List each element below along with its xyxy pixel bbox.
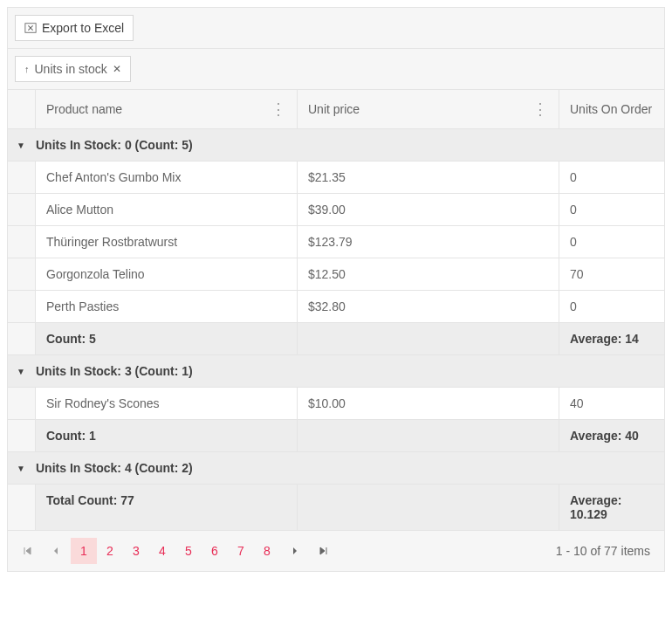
column-headers-row: Product name ⋮ Unit price ⋮ Units On Ord… [8, 90, 664, 129]
cell-price: $39.00 [298, 194, 559, 225]
group-footer-empty [298, 323, 559, 354]
group-collapse-column [8, 90, 36, 128]
grid-body: ▼Units In Stock: 0 (Count: 5)Chef Anton'… [8, 129, 664, 485]
column-header-product[interactable]: Product name ⋮ [36, 90, 298, 128]
cell-price: $123.79 [298, 226, 559, 258]
grid-toolbar: Export to Excel [8, 8, 664, 49]
pager-page-8[interactable]: 8 [254, 538, 280, 564]
close-icon[interactable]: ✕ [113, 63, 121, 75]
footer-spacer [8, 323, 36, 354]
pager-page-5[interactable]: 5 [175, 538, 202, 564]
row-spacer [8, 226, 36, 258]
column-menu-icon[interactable]: ⋮ [271, 101, 286, 117]
cell-product: Sir Rodney's Scones [36, 388, 298, 419]
pager-page-2[interactable]: 2 [97, 538, 123, 564]
collapse-icon[interactable]: ▼ [15, 367, 27, 376]
column-header-units-on-order[interactable]: Units On Order [559, 90, 664, 128]
row-spacer [8, 291, 36, 322]
excel-icon [24, 22, 37, 34]
cell-units: 40 [559, 388, 664, 419]
pager-page-4[interactable]: 4 [149, 538, 175, 564]
cell-units: 0 [559, 226, 664, 258]
cell-product: Gorgonzola Telino [36, 258, 298, 290]
cell-price: $12.50 [298, 258, 559, 290]
footer-spacer [8, 420, 36, 451]
cell-price: $32.80 [298, 291, 559, 322]
cell-units: 0 [559, 162, 664, 193]
group-footer-avg: Average: 14 [559, 323, 664, 354]
data-grid: Export to Excel ↑ Units in stock ✕ Produ… [7, 7, 665, 572]
group-footer-empty [298, 420, 559, 451]
export-label: Export to Excel [42, 21, 124, 35]
group-footer-row: Count: 1Average: 40 [8, 420, 664, 452]
row-spacer [8, 162, 36, 193]
collapse-icon[interactable]: ▼ [15, 464, 27, 473]
cell-product: Alice Mutton [36, 194, 298, 225]
pager: 12345678 1 - 10 of 77 items [8, 531, 664, 571]
group-footer-count: Count: 5 [36, 323, 298, 354]
group-header-row[interactable]: ▼Units In Stock: 0 (Count: 5) [8, 129, 664, 162]
pager-last-button[interactable] [310, 538, 336, 564]
cell-price: $10.00 [298, 388, 559, 419]
column-header-price[interactable]: Unit price ⋮ [298, 90, 559, 128]
group-footer-count: Count: 1 [36, 420, 298, 451]
export-excel-button[interactable]: Export to Excel [15, 15, 134, 41]
pager-controls: 12345678 [15, 538, 336, 564]
group-header-label: Units In Stock: 4 (Count: 2) [36, 461, 193, 475]
column-menu-icon[interactable]: ⋮ [532, 101, 548, 117]
table-row[interactable]: Sir Rodney's Scones$10.0040 [8, 388, 664, 420]
pager-page-7[interactable]: 7 [228, 538, 254, 564]
row-spacer [8, 258, 36, 290]
table-row[interactable]: Gorgonzola Telino$12.5070 [8, 258, 664, 291]
group-footer-row: Count: 5Average: 14 [8, 323, 664, 355]
group-chip-label: Units in stock [35, 62, 107, 76]
cell-units: 0 [559, 291, 664, 322]
row-spacer [8, 194, 36, 225]
cell-units: 70 [559, 258, 664, 290]
cell-product: Chef Anton's Gumbo Mix [36, 162, 298, 193]
cell-price: $21.35 [298, 162, 559, 193]
footer-spacer [8, 485, 36, 530]
table-row[interactable]: Perth Pasties$32.800 [8, 291, 664, 323]
pager-page-1[interactable]: 1 [71, 538, 97, 564]
grand-footer-empty [298, 485, 559, 530]
grouping-header[interactable]: ↑ Units in stock ✕ [8, 49, 664, 90]
sort-asc-icon: ↑ [24, 64, 30, 74]
cell-units: 0 [559, 194, 664, 225]
table-row[interactable]: Alice Mutton$39.000 [8, 194, 664, 226]
pager-page-3[interactable]: 3 [123, 538, 149, 564]
pager-prev-button[interactable] [43, 538, 69, 564]
table-row[interactable]: Thüringer Rostbratwurst$123.790 [8, 226, 664, 258]
table-row[interactable]: Chef Anton's Gumbo Mix$21.350 [8, 162, 664, 194]
row-spacer [8, 388, 36, 419]
cell-product: Thüringer Rostbratwurst [36, 226, 298, 258]
column-label: Units On Order [570, 102, 652, 116]
cell-product: Perth Pasties [36, 291, 298, 322]
collapse-icon[interactable]: ▼ [15, 141, 27, 150]
column-label: Product name [46, 102, 122, 116]
group-header-row[interactable]: ▼Units In Stock: 3 (Count: 1) [8, 355, 664, 388]
grand-footer-row: Total Count: 77 Average: 10.129 [8, 485, 664, 531]
grand-total-count: Total Count: 77 [36, 485, 298, 530]
grand-average: Average: 10.129 [559, 485, 664, 530]
group-footer-avg: Average: 40 [559, 420, 664, 451]
pager-next-button[interactable] [282, 538, 308, 564]
column-label: Unit price [308, 102, 360, 116]
group-chip-units-in-stock[interactable]: ↑ Units in stock ✕ [15, 56, 131, 82]
pager-first-button[interactable] [15, 538, 41, 564]
group-header-label: Units In Stock: 3 (Count: 1) [36, 364, 193, 378]
pager-info: 1 - 10 of 77 items [556, 544, 657, 558]
pager-page-6[interactable]: 6 [202, 538, 228, 564]
group-header-label: Units In Stock: 0 (Count: 5) [36, 138, 193, 152]
group-header-row[interactable]: ▼Units In Stock: 4 (Count: 2) [8, 452, 664, 485]
